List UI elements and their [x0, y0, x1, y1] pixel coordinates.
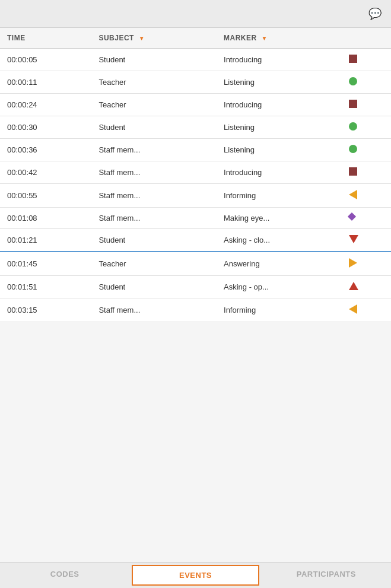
- cell-time: 00:00:24: [0, 94, 91, 116]
- cell-time: 00:00:30: [0, 116, 91, 139]
- cell-subject: Staff mem...: [91, 184, 217, 208]
- cell-time: 00:03:15: [0, 298, 91, 322]
- cell-time: 00:00:42: [0, 161, 91, 184]
- cell-time: 00:00:05: [0, 49, 91, 71]
- table-row[interactable]: 00:00:42Staff mem...Introducing: [0, 161, 391, 184]
- marker-icon-triangle-left-gold: [349, 304, 357, 314]
- cell-subject: Student: [91, 116, 217, 139]
- marker-icon-square: [349, 167, 357, 176]
- cell-marker-text: Introducing: [217, 49, 342, 71]
- cell-subject: Teacher: [91, 71, 217, 94]
- cell-marker-text: Listening: [217, 71, 342, 94]
- table-row[interactable]: 00:01:21StudentAsking - clo...: [0, 229, 391, 252]
- marker-icon-circle: [349, 145, 357, 153]
- col-icon: [342, 28, 391, 49]
- table-row[interactable]: 00:00:55Staff mem...Informing: [0, 184, 391, 208]
- cell-subject: Student: [91, 276, 217, 298]
- table-row[interactable]: 00:01:08Staff mem...Making eye...: [0, 208, 391, 229]
- marker-icon-triangle-right: [349, 258, 357, 268]
- cell-marker-text: Introducing: [217, 94, 342, 116]
- cell-subject: Student: [91, 49, 217, 71]
- table-header-row: TIME SUBJECT ▼ MARKER ▼: [0, 28, 391, 49]
- cell-marker-icon: [342, 161, 391, 184]
- cell-marker-icon: [342, 116, 391, 139]
- cell-marker-icon: [342, 184, 391, 208]
- cell-subject: Staff mem...: [91, 298, 217, 322]
- marker-icon-circle: [349, 77, 357, 85]
- cell-time: 00:01:21: [0, 229, 91, 252]
- events-table: TIME SUBJECT ▼ MARKER ▼ 00:00:05StudentI…: [0, 28, 391, 322]
- cell-time: 00:01:08: [0, 208, 91, 229]
- table-row[interactable]: 00:00:11TeacherListening: [0, 71, 391, 94]
- col-time: TIME: [0, 28, 91, 49]
- cell-subject: Staff mem...: [91, 161, 217, 184]
- marker-icon-diamond: [348, 212, 356, 221]
- marker-icon-square: [349, 55, 357, 63]
- cell-marker-text: Informing: [217, 184, 342, 208]
- cell-marker-icon: [342, 94, 391, 116]
- cell-marker-text: Listening: [217, 139, 342, 161]
- cell-subject: Staff mem...: [91, 208, 217, 229]
- cell-marker-icon: [342, 276, 391, 298]
- cell-marker-text: Asking - op...: [217, 276, 342, 298]
- cell-subject: Student: [91, 229, 217, 252]
- bottom-tabs: CODES EVENTS PARTICIPANTS: [0, 562, 391, 588]
- cell-time: 00:00:11: [0, 71, 91, 94]
- table-row[interactable]: 00:01:45TeacherAnswering: [0, 252, 391, 276]
- cell-marker-icon: [342, 229, 391, 252]
- cell-marker-icon: [342, 49, 391, 71]
- panel-header: 💬: [0, 0, 391, 28]
- chat-icon[interactable]: 💬: [368, 7, 382, 20]
- subject-filter-icon[interactable]: ▼: [139, 35, 145, 42]
- table-row[interactable]: 00:03:15Staff mem...Informing: [0, 298, 391, 322]
- table-row[interactable]: 00:01:51StudentAsking - op...: [0, 276, 391, 298]
- cell-time: 00:01:45: [0, 252, 91, 276]
- cell-marker-icon: [342, 139, 391, 161]
- marker-icon-circle: [349, 122, 357, 131]
- cell-marker-text: Asking - clo...: [217, 229, 342, 252]
- cell-time: 00:00:55: [0, 184, 91, 208]
- cell-marker-text: Introducing: [217, 161, 342, 184]
- tab-codes[interactable]: CODES: [0, 562, 129, 588]
- cell-marker-text: Answering: [217, 252, 342, 276]
- table-row[interactable]: 00:00:30StudentListening: [0, 116, 391, 139]
- cell-time: 00:00:36: [0, 139, 91, 161]
- table-row[interactable]: 00:00:36Staff mem...Listening: [0, 139, 391, 161]
- cell-marker-icon: [342, 298, 391, 322]
- events-table-container[interactable]: TIME SUBJECT ▼ MARKER ▼ 00:00:05StudentI…: [0, 28, 391, 562]
- col-marker: MARKER ▼: [217, 28, 342, 49]
- cell-subject: Teacher: [91, 94, 217, 116]
- cell-marker-icon: [342, 252, 391, 276]
- table-row[interactable]: 00:00:24TeacherIntroducing: [0, 94, 391, 116]
- marker-icon-triangle-left: [349, 190, 357, 199]
- marker-filter-icon[interactable]: ▼: [262, 35, 268, 42]
- table-row[interactable]: 00:00:05StudentIntroducing: [0, 49, 391, 71]
- cell-subject: Teacher: [91, 252, 217, 276]
- col-subject: SUBJECT ▼: [91, 28, 217, 49]
- cell-marker-text: Informing: [217, 298, 342, 322]
- tab-participants[interactable]: PARTICIPANTS: [262, 562, 391, 588]
- cell-time: 00:01:51: [0, 276, 91, 298]
- marker-icon-triangle-up: [349, 282, 358, 290]
- cell-subject: Staff mem...: [91, 139, 217, 161]
- marker-icon-square: [349, 100, 357, 108]
- cell-marker-text: Listening: [217, 116, 342, 139]
- cell-marker-icon: [342, 71, 391, 94]
- events-panel: 💬 TIME SUBJECT ▼ MARKER ▼ 00:00:05Studen…: [0, 0, 391, 588]
- cell-marker-text: Making eye...: [217, 208, 342, 229]
- tab-events[interactable]: EVENTS: [132, 565, 259, 586]
- marker-icon-triangle-down: [349, 235, 358, 243]
- cell-marker-icon: [342, 208, 391, 229]
